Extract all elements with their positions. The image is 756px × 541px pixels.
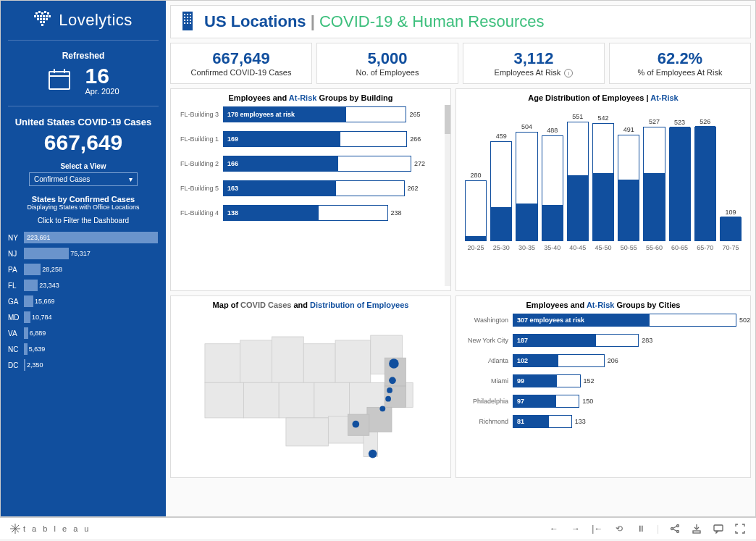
kpi-at-risk: 3,112 Employees At Risk i — [463, 43, 605, 84]
footer-toolbar: t a b l e a u ← → |← ⟲ ⏸ | — [0, 517, 756, 539]
city-row[interactable]: New York City187283 — [462, 334, 744, 347]
state-bar-DC[interactable]: DC2,350 — [8, 359, 159, 371]
dashboard-root: Lovelytics Refreshed 16 Apr. 2020 United… — [0, 0, 756, 517]
age-bar-50-55[interactable]: 49150-55 — [618, 126, 639, 251]
state-bar-FL[interactable]: FL23,343 — [8, 280, 159, 291]
age-bar-70-75[interactable]: 10970-75 — [720, 209, 742, 251]
view-dropdown[interactable]: Confirmed Cases ▾ — [29, 172, 138, 186]
age-bar-60-65[interactable]: 52360-65 — [669, 119, 691, 251]
state-bar-MD[interactable]: MD10,784 — [8, 311, 159, 323]
states-bar-chart[interactable]: NY223,691NJ75,317PA28,258FL23,343GA15,66… — [8, 232, 159, 375]
svg-rect-13 — [43, 18, 45, 20]
page-header: US Locations | COVID-19 & Human Resource… — [170, 5, 751, 38]
building-row[interactable]: FL-Building 1169266 — [177, 131, 445, 147]
kpi-value: 3,112 — [466, 49, 601, 68]
redo-icon[interactable]: → — [570, 523, 581, 534]
svg-rect-33 — [190, 17, 191, 18]
city-row[interactable]: Richmond81133 — [462, 415, 744, 428]
svg-rect-7 — [40, 15, 42, 17]
age-bar-35-40[interactable]: 48835-40 — [542, 127, 563, 251]
fullscreen-icon[interactable] — [734, 523, 746, 534]
svg-rect-77 — [714, 525, 723, 531]
age-distribution-chart[interactable]: Age Distribution of Employees | At-Risk … — [455, 88, 751, 291]
chart-title: Age Distribution of Employees | At-Risk — [462, 93, 744, 102]
pause-icon[interactable]: ⏸ — [635, 523, 647, 534]
kpi-value: 667,649 — [174, 49, 308, 68]
map-chart[interactable]: Map of COVID Cases and Distribution of E… — [170, 295, 451, 478]
svg-point-62 — [385, 396, 391, 402]
age-bar-45-50[interactable]: 54245-50 — [592, 114, 614, 251]
charts-row-1: Employees and At-Risk Groups by Building… — [170, 88, 751, 291]
refreshed-label: Refreshed — [8, 51, 159, 61]
state-bar-NC[interactable]: NC5,639 — [8, 343, 159, 355]
tableau-logo[interactable]: t a b l e a u — [10, 524, 91, 534]
city-row[interactable]: Atlanta102206 — [462, 354, 744, 367]
kpi-value: 5,000 — [320, 49, 455, 68]
age-bar-20-25[interactable]: 28020-25 — [465, 172, 487, 251]
svg-rect-5 — [34, 15, 36, 17]
age-bar-40-45[interactable]: 55140-45 — [567, 113, 589, 251]
building-row[interactable]: FL-Building 3178 employees at risk265 — [177, 106, 445, 122]
title-main: US Locations — [204, 12, 306, 30]
scrollbar[interactable] — [445, 105, 450, 286]
svg-point-65 — [369, 450, 377, 458]
svg-rect-4 — [47, 12, 49, 14]
svg-rect-47 — [244, 382, 280, 418]
state-bar-PA[interactable]: PA28,258 — [8, 264, 159, 275]
main-area: US Locations | COVID-19 & Human Resource… — [166, 1, 755, 516]
building-row[interactable]: FL-Building 2166272 — [177, 156, 445, 172]
svg-rect-6 — [37, 15, 39, 17]
city-row[interactable]: Philadelphia97150 — [462, 395, 744, 408]
buildings-chart[interactable]: Employees and At-Risk Groups by Building… — [170, 88, 451, 291]
svg-rect-2 — [41, 12, 43, 14]
share-icon[interactable] — [669, 523, 681, 534]
charts-row-2: Map of COVID Cases and Distribution of E… — [170, 295, 751, 478]
date-month: Apr. 2020 — [85, 87, 119, 96]
svg-rect-39 — [190, 22, 191, 24]
svg-rect-29 — [187, 14, 188, 15]
revert-icon[interactable]: |← — [592, 523, 603, 534]
date-day: 16 — [85, 65, 119, 87]
chart-title: Employees and At-Risk Groups by Building — [177, 93, 445, 102]
age-bar-30-35[interactable]: 50430-35 — [516, 123, 537, 251]
kpi-label: No. of Employees — [320, 68, 455, 77]
age-bar-55-60[interactable]: 52755-60 — [643, 118, 665, 251]
state-bar-NY[interactable]: NY223,691 — [8, 232, 159, 243]
city-row[interactable]: Miami99152 — [462, 374, 744, 387]
us-map — [177, 314, 445, 466]
state-bar-GA[interactable]: GA15,669 — [8, 295, 159, 307]
svg-rect-36 — [190, 20, 191, 21]
states-subtitle: Displaying States with Office Locations — [8, 204, 159, 211]
svg-rect-46 — [205, 382, 244, 418]
svg-rect-11 — [37, 18, 39, 20]
svg-point-60 — [389, 377, 396, 384]
cities-chart[interactable]: Employees and At-Risk Groups by Cities W… — [455, 295, 751, 478]
building-row[interactable]: FL-Building 5163262 — [177, 180, 445, 196]
download-icon[interactable] — [691, 523, 702, 534]
svg-point-63 — [379, 406, 385, 411]
kpi-label: % of Employees At Risk — [613, 68, 747, 77]
age-bar-65-70[interactable]: 52665-70 — [694, 118, 716, 251]
svg-rect-10 — [49, 15, 51, 17]
state-bar-VA[interactable]: VA6,889 — [8, 327, 159, 339]
info-icon[interactable]: i — [564, 69, 573, 77]
sidebar: Lovelytics Refreshed 16 Apr. 2020 United… — [1, 1, 166, 516]
svg-rect-16 — [43, 21, 45, 23]
comment-icon[interactable] — [713, 523, 724, 534]
building-icon — [180, 10, 198, 33]
refresh-icon[interactable]: ⟲ — [613, 523, 625, 534]
svg-rect-37 — [184, 22, 185, 24]
us-cases-label: United States COVID-19 Cases — [8, 117, 159, 127]
building-row[interactable]: FL-Building 4138238 — [177, 205, 445, 221]
undo-icon[interactable]: ← — [548, 523, 560, 534]
city-row[interactable]: Washington307 employees at risk502 — [462, 314, 744, 327]
filter-hint: Click to Filter the Dashboard — [8, 217, 159, 225]
kpi-row: 667,649 Confirmed COVID-19 Cases 5,000 N… — [170, 43, 751, 84]
svg-rect-57 — [367, 407, 392, 432]
state-bar-NJ[interactable]: NJ75,317 — [8, 248, 159, 259]
kpi-pct-at-risk: 62.2% % of Employees At Risk — [609, 43, 751, 84]
svg-point-64 — [352, 421, 359, 428]
age-bar-25-30[interactable]: 45925-30 — [490, 133, 512, 251]
svg-point-59 — [389, 358, 399, 369]
svg-line-74 — [673, 529, 677, 531]
